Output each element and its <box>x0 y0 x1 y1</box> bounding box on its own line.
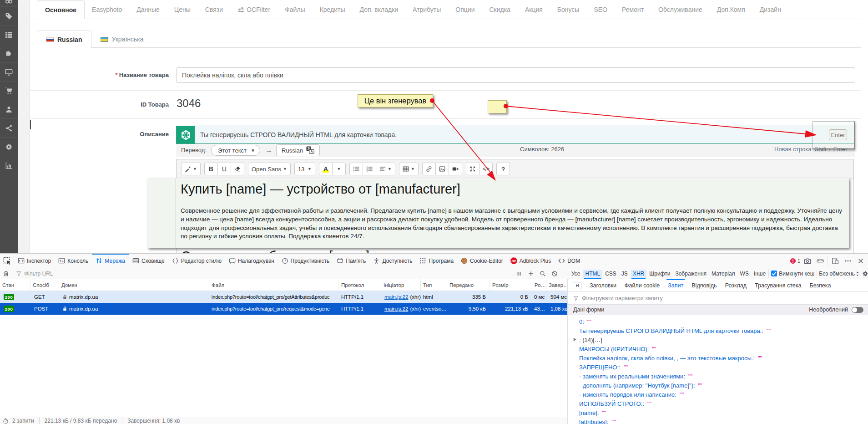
form-data-entry[interactable]: [attributes]:"" <box>568 417 868 424</box>
column-header-1[interactable]: Спосіб <box>30 279 59 291</box>
type-filter-css[interactable]: CSS <box>603 270 619 278</box>
screenshot-button[interactable] <box>802 255 813 266</box>
form-data-entry[interactable]: - изменять порядок или написание:"" <box>568 390 868 399</box>
sidebar-item-tag[interactable] <box>0 6 18 25</box>
devtools-tab-налагоджувач[interactable]: Налагоджувач <box>225 254 278 268</box>
rulers-button[interactable] <box>815 255 826 266</box>
style-button[interactable]: ▼ <box>181 163 201 175</box>
devtools-tab-редактор-стилю[interactable]: Редактор стилю <box>168 254 225 268</box>
column-header-8[interactable]: Розмір <box>490 279 532 291</box>
details-tab-розклад[interactable]: Розклад <box>721 279 751 292</box>
details-tab-заголовки[interactable]: Заголовки <box>585 279 621 292</box>
initiator-link[interactable]: main.js:22 <box>384 294 408 300</box>
sidebar-item-cart[interactable] <box>0 81 18 100</box>
tab-доп-комп[interactable]: Доп.Комп <box>710 0 752 19</box>
details-tab-трасування-стека[interactable]: Трасування стека <box>751 279 805 292</box>
tab-ремонт[interactable]: Ремонт <box>615 0 651 19</box>
language-tab-ru[interactable]: Russian <box>37 31 91 48</box>
sidebar-item-gear[interactable] <box>0 137 18 156</box>
type-filter-ws[interactable]: WS <box>738 270 751 278</box>
devtools-tab-консоль[interactable]: Консоль <box>55 254 92 268</box>
sidebar-item-user[interactable] <box>0 100 18 118</box>
tab-опции[interactable]: Опции <box>448 0 482 19</box>
font-color-caret-button[interactable]: ▼ <box>332 163 346 175</box>
form-data-entry[interactable]: ИСПОЛЬЗУЙ СТРОГО::"" <box>568 399 868 408</box>
form-data-entry[interactable]: Ты генерируешь СТРОГО ВАЛИДНЫЙ HTML для … <box>568 326 868 335</box>
devtools-tab-dom[interactable]: DOM <box>555 254 584 268</box>
column-header-4[interactable]: Протокол <box>339 279 381 291</box>
tab-бонусы[interactable]: Бонусы <box>550 0 587 19</box>
type-filter-шрифти[interactable]: Шрифти <box>647 270 672 278</box>
tab-ocfilter[interactable]: OCFilter <box>230 0 278 19</box>
tab-доп-вкладки[interactable]: Доп. вкладки <box>353 0 406 19</box>
type-filter-js[interactable]: JS <box>619 270 630 278</box>
close-devtools-button[interactable] <box>855 255 866 266</box>
column-header-3[interactable]: Файл <box>209 279 339 291</box>
chatgpt-prompt-text[interactable]: Ты генерируешь СТРОГО ВАЛИДНЫЙ HTML для … <box>200 126 397 143</box>
tab-акция[interactable]: Акция <box>518 0 550 19</box>
sidebar-item-dashboard[interactable] <box>0 0 18 6</box>
table-button[interactable]: ▼ <box>399 163 419 175</box>
details-tab-запит[interactable]: Запит <box>664 279 687 292</box>
devtools-tab-програма[interactable]: Програма <box>416 254 457 268</box>
raw-toggle[interactable] <box>852 307 863 313</box>
form-data-entry[interactable]: 0:"" <box>568 317 868 326</box>
tab-файлы[interactable]: Файлы <box>278 0 312 19</box>
expand-arrow-icon[interactable] <box>573 337 577 342</box>
throttling-select[interactable]: Без обмежень <box>819 271 859 277</box>
tab-скидка[interactable]: Скидка <box>482 0 517 19</box>
tab-кредиты[interactable]: Кредиты <box>313 0 353 19</box>
translate-target-button[interactable]: RussianA <box>276 144 320 156</box>
tab-связи[interactable]: Связи <box>198 0 230 19</box>
tab-seo[interactable]: SEO <box>586 0 615 19</box>
details-tab-відповідь[interactable]: Відповідь <box>687 279 721 292</box>
sidebar-item-share[interactable] <box>0 118 18 137</box>
clear-format-button[interactable] <box>231 163 244 175</box>
form-data-entry[interactable]: : (14)[…] <box>568 335 868 344</box>
sidebar-item-desktop[interactable] <box>0 62 18 81</box>
devtools-tab-мережа[interactable]: Мережа <box>92 254 129 268</box>
tab-easyphoto[interactable]: Easyphoto <box>85 0 129 19</box>
tab-данные[interactable]: Данные <box>129 0 167 19</box>
devtools-tab-cookie-editor[interactable]: Cookie-Editor <box>457 254 507 268</box>
column-header-10[interactable]: Завер… <box>546 279 567 291</box>
tab-дизайн[interactable]: Дизайн <box>752 0 788 19</box>
column-header-0[interactable]: Стан <box>0 279 30 291</box>
url-filter-input[interactable] <box>24 271 161 277</box>
fullscreen-button[interactable] <box>466 163 479 175</box>
type-filter-інше[interactable]: Інше <box>752 270 768 278</box>
help-button[interactable]: ? <box>496 163 510 175</box>
form-data-entry[interactable]: Поклейка наліпок, скла або плівки, , — э… <box>568 353 868 363</box>
clear-requests-button[interactable] <box>0 268 12 279</box>
playback-icon[interactable] <box>573 282 581 289</box>
form-data-entry[interactable]: МАКРОСЫ (КРИТИЧНО):"" <box>568 344 868 353</box>
network-settings-button[interactable] <box>862 269 868 279</box>
column-header-7[interactable]: Передано <box>447 279 490 291</box>
tab-обслуживание[interactable]: Обслуживание <box>651 0 710 19</box>
ordered-list-button[interactable]: 123 <box>363 163 376 175</box>
translate-source-select[interactable]: Этот текст▼ <box>211 145 260 156</box>
sidebar-item-list[interactable] <box>0 25 18 44</box>
form-data-entry[interactable]: - дополнять (например: "Ноутбук [name]")… <box>568 381 868 390</box>
tab-цены[interactable]: Цены <box>167 0 198 19</box>
type-filter-xhr[interactable]: XHR <box>631 270 646 278</box>
responsive-mode-button[interactable] <box>830 255 841 266</box>
language-tab-ua[interactable]: Українська <box>91 31 152 48</box>
network-request-row[interactable]: 200GETmatrix.dp.uaindex.php?route=tool/c… <box>0 291 567 303</box>
add-request-button[interactable] <box>525 268 537 279</box>
type-filter-матеріал[interactable]: Матеріал <box>709 270 737 278</box>
link-button[interactable] <box>422 163 436 175</box>
column-header-9[interactable]: Ро… <box>532 279 546 291</box>
block-button[interactable] <box>549 268 560 279</box>
initiator-link[interactable]: main.js:22 <box>384 306 408 312</box>
bold-button[interactable]: B <box>204 163 218 175</box>
font-color-button[interactable]: A <box>319 163 333 175</box>
tab-атрибуты[interactable]: Атрибуты <box>405 0 448 19</box>
checkbox-icon[interactable] <box>771 271 777 276</box>
font-family-select[interactable]: Open Sans▼ <box>248 163 291 175</box>
details-tab-файли-cookie[interactable]: Файли cookie <box>621 279 664 292</box>
network-request-row[interactable]: 200POSTmatrix.dp.uaindex.php?route=tool/… <box>0 303 567 315</box>
type-filter-усе[interactable]: Усе <box>569 270 583 278</box>
type-filter-html[interactable]: HTML <box>583 270 603 278</box>
search-button[interactable] <box>537 268 549 279</box>
